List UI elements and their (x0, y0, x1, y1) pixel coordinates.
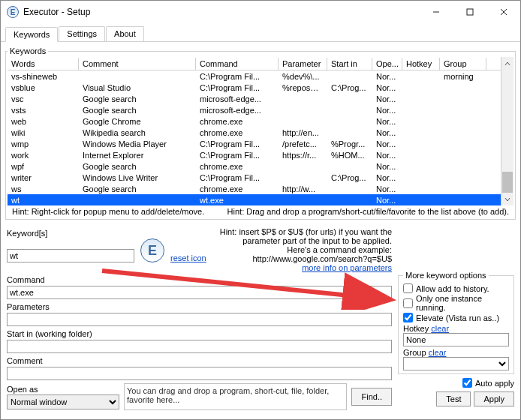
startin-label: Start in (working folder) (7, 329, 392, 338)
startin-input[interactable] (7, 340, 392, 353)
col-hotkey[interactable]: Hotkey (402, 58, 440, 70)
command-input[interactable] (7, 286, 392, 299)
table-row[interactable]: wpfGoogle searchchrome.exeNor... (8, 160, 513, 172)
keywords-fieldset: Keywords Words Comment Command Parameter… (5, 46, 516, 220)
table-row[interactable]: wmpWindows Media PlayerC:\Program Fil...… (8, 138, 513, 149)
more-options-fieldset: More keyword options Allow add to histor… (398, 271, 514, 374)
scroll-thumb[interactable] (502, 172, 513, 193)
table-row[interactable]: webGoogle Chromechrome.exeNor... (8, 116, 513, 127)
keyword-label: Keyword[s] (7, 229, 206, 238)
col-parameter[interactable]: Parameter (279, 58, 327, 70)
close-button[interactable] (486, 1, 520, 23)
tab-about[interactable]: About (106, 26, 144, 41)
col-words[interactable]: Words (8, 58, 79, 70)
keyword-icon: E (140, 238, 164, 262)
col-comment[interactable]: Comment (79, 58, 196, 70)
grid-hint-row: Hint: Right-click for popup menu to add/… (8, 206, 513, 218)
openas-select[interactable]: Normal window (7, 394, 119, 410)
col-open[interactable]: Ope... (372, 58, 402, 70)
col-command[interactable]: Command (196, 58, 279, 70)
tab-keywords[interactable]: Keywords (5, 27, 58, 42)
hotkey-label: Hotkey (403, 324, 429, 333)
openas-label: Open as (7, 385, 119, 394)
comment-label: Comment (7, 356, 392, 365)
grid-body[interactable]: vs-shinewebC:\Program Fil...%dev%\...Nor… (8, 70, 513, 206)
table-row[interactable]: wikiWikipedia searchchrome.exehttp://en.… (8, 127, 513, 138)
hint-rightclick: Hint: Right-click for popup menu to add/… (12, 207, 204, 216)
hint-example: Here's a command example: http://www.goo… (212, 245, 392, 263)
test-button[interactable]: Test (436, 392, 471, 406)
table-row[interactable]: workInternet ExplorerC:\Program Fil...ht… (8, 149, 513, 160)
group-clear-link[interactable]: clear (429, 348, 447, 357)
keywords-grid: Words Comment Command Parameter Start in… (8, 57, 513, 206)
scroll-up-button[interactable] (501, 57, 513, 70)
auto-apply-checkbox[interactable]: Auto apply (462, 378, 514, 388)
parameters-input[interactable] (7, 313, 392, 326)
keywords-legend: Keywords (8, 46, 48, 56)
tab-settings[interactable]: Settings (59, 26, 105, 41)
hotkey-clear-link[interactable]: clear (431, 324, 449, 333)
svg-rect-1 (467, 9, 473, 15)
detail-form: Keyword[s] E reset icon Hint: insert $P$… (1, 224, 520, 413)
table-row[interactable]: vs-shinewebC:\Program Fil...%dev%\...Nor… (8, 70, 513, 82)
keyword-input[interactable] (7, 249, 134, 262)
hint-dragdrop: Hint: Drag and drop a program/short-cut/… (227, 207, 509, 216)
only-one-instance-checkbox[interactable]: Only one instance running. (403, 294, 509, 312)
tab-bar: Keywords Settings About (1, 23, 520, 42)
find-button[interactable]: Find.. (351, 388, 392, 406)
group-select[interactable] (403, 357, 509, 370)
titlebar: E Executor - Setup (1, 1, 520, 23)
table-row[interactable]: wsGoogle searchchrome.exehttp://w...Nor.… (8, 183, 513, 194)
elevate-checkbox[interactable]: Elevate (Vista run as..) (403, 313, 509, 322)
group-label: Group (403, 348, 426, 357)
minimize-button[interactable] (419, 1, 453, 23)
table-row[interactable]: vscGoogle searchmicrosoft-edge...Nor... (8, 93, 513, 104)
allow-history-checkbox[interactable]: Allow add to history. (403, 284, 509, 293)
hotkey-input[interactable] (403, 333, 509, 346)
apply-button[interactable]: Apply (474, 392, 514, 406)
col-startin[interactable]: Start in (327, 58, 372, 70)
window-title: Executor - Setup (23, 7, 419, 17)
grid-scrollbar[interactable] (501, 57, 513, 206)
more-info-link[interactable]: more info on parameters (302, 263, 392, 272)
hint-insert: Hint: insert $P$ or $U$ (for urls) if yo… (212, 227, 392, 245)
maximize-button[interactable] (453, 1, 486, 23)
reset-icon-link[interactable]: reset icon (170, 254, 206, 262)
comment-input[interactable] (7, 367, 392, 380)
parameters-label: Parameters (7, 302, 392, 311)
table-row[interactable]: vsblueVisual StudioC:\Program Fil...%rep… (8, 82, 513, 93)
table-row[interactable]: writerWindows Live WriterC:\Program Fil.… (8, 172, 513, 183)
table-row[interactable]: wtwt.exeNor... (8, 194, 513, 206)
grid-header: Words Comment Command Parameter Start in… (8, 57, 513, 70)
col-group[interactable]: Group (440, 58, 486, 70)
command-label: Command (7, 275, 392, 284)
app-icon: E (7, 6, 19, 18)
drag-drop-area[interactable]: You can drag and drop a program, short-c… (124, 383, 347, 410)
more-options-legend: More keyword options (403, 271, 489, 280)
scroll-down-button[interactable] (501, 193, 513, 206)
table-row[interactable]: vstsGoogle searchmicrosoft-edge...Nor... (8, 104, 513, 116)
